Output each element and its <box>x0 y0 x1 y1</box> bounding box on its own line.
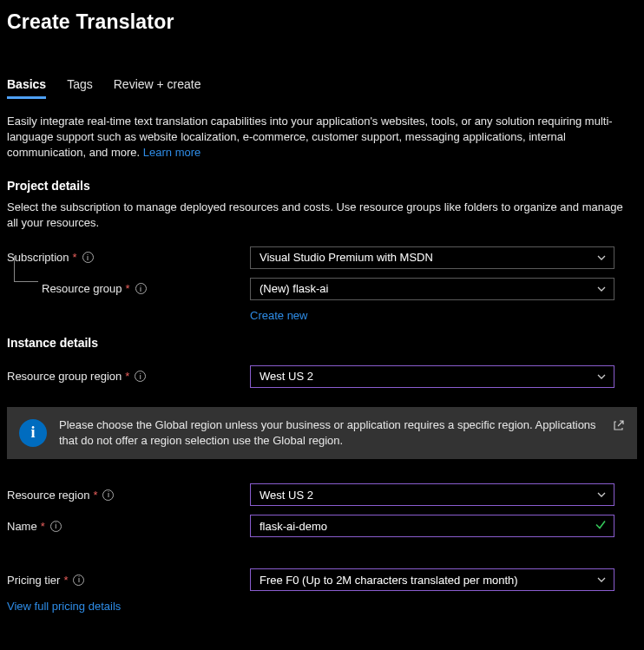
learn-more-link[interactable]: Learn more <box>143 146 200 159</box>
pricing-tier-label-text: Pricing tier <box>7 574 60 587</box>
required-asterisk: * <box>73 251 77 264</box>
chevron-down-icon <box>596 489 607 500</box>
page-title: Create Translator <box>7 10 637 34</box>
chevron-down-icon <box>596 253 607 263</box>
resource-group-region-row: Resource group region * i West US 2 <box>7 365 637 388</box>
resource-region-value: West US 2 <box>260 489 313 502</box>
resource-group-region-select[interactable]: West US 2 <box>250 365 614 388</box>
subscription-select[interactable]: Visual Studio Premium with MSDN <box>250 246 614 269</box>
info-icon[interactable]: i <box>135 283 147 294</box>
info-icon[interactable]: i <box>102 489 114 501</box>
chevron-down-icon <box>596 574 607 585</box>
name-input[interactable]: flask-ai-demo <box>250 515 614 537</box>
pricing-tier-row: Pricing tier * i Free F0 (Up to 2M chara… <box>7 568 637 591</box>
resource-group-value: (New) flask-ai <box>260 282 328 295</box>
name-value: flask-ai-demo <box>260 520 327 533</box>
project-details-heading: Project details <box>7 179 637 193</box>
info-icon[interactable]: i <box>82 252 94 263</box>
resource-group-label-text: Resource group <box>42 282 122 295</box>
resource-region-row: Resource region * i West US 2 <box>7 483 637 506</box>
intro-text-body: Easily integrate real-time text translat… <box>7 115 613 159</box>
resource-region-label-text: Resource region <box>7 489 89 502</box>
resource-region-label: Resource region * i <box>7 489 250 502</box>
resource-group-label: Resource group * i <box>7 282 250 295</box>
tab-tags[interactable]: Tags <box>67 77 93 99</box>
chevron-down-icon <box>596 284 607 294</box>
intro-text: Easily integrate real-time text translat… <box>7 114 637 161</box>
info-icon[interactable]: i <box>50 521 62 532</box>
region-info-text: Please choose the Global region unless y… <box>59 417 601 449</box>
pricing-tier-select[interactable]: Free F0 (Up to 2M characters translated … <box>250 568 614 591</box>
info-circle-icon: i <box>19 419 47 447</box>
pricing-tier-value: Free F0 (Up to 2M characters translated … <box>260 574 518 587</box>
name-label-text: Name <box>7 520 37 533</box>
subscription-row: Subscription * i Visual Studio Premium w… <box>7 246 637 269</box>
subscription-value: Visual Studio Premium with MSDN <box>260 251 433 264</box>
resource-group-region-value: West US 2 <box>260 370 313 383</box>
project-details-desc: Select the subscription to manage deploy… <box>7 200 637 231</box>
create-new-link[interactable]: Create new <box>250 309 637 322</box>
indent-line <box>14 256 38 282</box>
external-link-icon[interactable] <box>613 419 625 436</box>
resource-group-row: Resource group * i (New) flask-ai <box>7 278 637 300</box>
resource-group-region-label: Resource group region * i <box>7 370 250 383</box>
required-asterisk: * <box>41 520 45 533</box>
required-asterisk: * <box>63 574 68 587</box>
pricing-tier-label: Pricing tier * i <box>7 574 250 587</box>
resource-group-region-label-text: Resource group region <box>7 370 122 383</box>
subscription-label: Subscription * i <box>7 251 250 264</box>
name-label: Name * i <box>7 520 250 533</box>
tab-basics[interactable]: Basics <box>7 77 46 99</box>
pricing-details-link[interactable]: View full pricing details <box>7 600 637 613</box>
required-asterisk: * <box>125 370 129 383</box>
name-row: Name * i flask-ai-demo <box>7 515 637 537</box>
checkmark-icon <box>595 519 607 534</box>
resource-region-select[interactable]: West US 2 <box>250 483 614 506</box>
chevron-down-icon <box>596 371 607 382</box>
info-icon[interactable]: i <box>135 371 146 382</box>
info-icon[interactable]: i <box>73 574 84 586</box>
resource-group-select[interactable]: (New) flask-ai <box>250 278 614 300</box>
region-info-banner: i Please choose the Global region unless… <box>7 407 637 459</box>
tab-review-create[interactable]: Review + create <box>114 77 201 99</box>
tabs-bar: Basics Tags Review + create <box>7 77 637 100</box>
required-asterisk: * <box>93 489 97 502</box>
instance-details-heading: Instance details <box>7 336 637 350</box>
required-asterisk: * <box>126 282 130 295</box>
